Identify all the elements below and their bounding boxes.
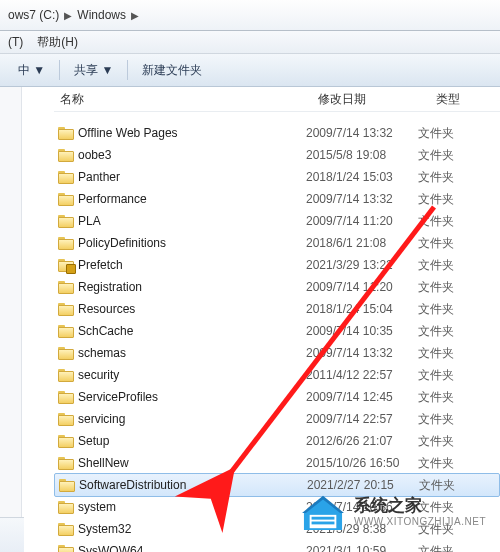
file-date: 2021/3/29 13:22 bbox=[306, 258, 418, 272]
main-area: 名称 修改日期 类型 Offline Web Pages2009/7/14 13… bbox=[0, 87, 500, 552]
folder-icon bbox=[58, 149, 74, 162]
folder-icon bbox=[58, 523, 74, 536]
file-type: 文件夹 bbox=[418, 279, 482, 296]
file-name: ShellNew bbox=[78, 456, 306, 470]
table-row[interactable]: Offline Web Pages2009/7/14 13:32文件夹 bbox=[54, 122, 500, 144]
file-date: 2021/3/29 8:38 bbox=[306, 522, 418, 536]
folder-icon bbox=[58, 457, 74, 470]
column-header-date[interactable]: 修改日期 bbox=[312, 91, 430, 108]
command-bar: 中 ▼ 共享 ▼ 新建文件夹 bbox=[0, 54, 500, 87]
table-row[interactable]: System322021/3/29 8:38文件夹 bbox=[54, 518, 500, 540]
separator bbox=[127, 60, 128, 80]
table-row[interactable]: Panther2018/1/24 15:03文件夹 bbox=[54, 166, 500, 188]
table-row[interactable]: SysWOW642021/3/1 10:59文件夹 bbox=[54, 540, 500, 552]
folder-icon bbox=[58, 435, 74, 448]
table-row[interactable]: Performance2009/7/14 13:32文件夹 bbox=[54, 188, 500, 210]
table-row[interactable]: Prefetch2021/3/29 13:22文件夹 bbox=[54, 254, 500, 276]
table-row[interactable]: Setup2012/6/26 21:07文件夹 bbox=[54, 430, 500, 452]
table-row[interactable]: PLA2009/7/14 11:20文件夹 bbox=[54, 210, 500, 232]
breadcrumb-crumb-windows[interactable]: Windows bbox=[75, 0, 128, 30]
file-date: 2012/6/26 21:07 bbox=[306, 434, 418, 448]
folder-icon bbox=[58, 325, 74, 338]
folder-icon bbox=[58, 347, 74, 360]
file-date: 2009/7/14 12:45 bbox=[306, 390, 418, 404]
lock-icon bbox=[66, 264, 76, 274]
table-row[interactable]: oobe32015/5/8 19:08文件夹 bbox=[54, 144, 500, 166]
file-type: 文件夹 bbox=[418, 345, 482, 362]
table-row[interactable]: PolicyDefinitions2018/6/1 21:08文件夹 bbox=[54, 232, 500, 254]
file-list[interactable]: 名称 修改日期 类型 Offline Web Pages2009/7/14 13… bbox=[54, 87, 500, 552]
table-row[interactable]: ServiceProfiles2009/7/14 12:45文件夹 bbox=[54, 386, 500, 408]
breadcrumb-crumb-c[interactable]: ows7 (C:) bbox=[6, 0, 61, 30]
table-row[interactable]: SoftwareDistribution2021/2/27 20:15文件夹 bbox=[54, 473, 500, 497]
folder-icon bbox=[58, 303, 74, 316]
folder-icon bbox=[58, 171, 74, 184]
nav-pane[interactable] bbox=[0, 87, 22, 552]
column-header-name[interactable]: 名称 bbox=[54, 91, 312, 108]
file-date: 2009/7/14 11:20 bbox=[306, 214, 418, 228]
file-date: 2009/7/14 13:32 bbox=[306, 192, 418, 206]
file-type: 文件夹 bbox=[418, 213, 482, 230]
file-name: system bbox=[78, 500, 306, 514]
table-row[interactable]: security2011/4/12 22:57文件夹 bbox=[54, 364, 500, 386]
file-type: 文件夹 bbox=[418, 367, 482, 384]
folder-icon bbox=[58, 369, 74, 382]
include-in-library-button[interactable]: 中 ▼ bbox=[10, 59, 53, 82]
folder-icon bbox=[58, 413, 74, 426]
file-name: Registration bbox=[78, 280, 306, 294]
chevron-right-icon[interactable]: ▶ bbox=[61, 10, 75, 21]
folder-icon bbox=[58, 215, 74, 228]
file-date: 2015/10/26 16:50 bbox=[306, 456, 418, 470]
file-type: 文件夹 bbox=[418, 499, 482, 516]
table-row[interactable] bbox=[54, 112, 500, 122]
file-type: 文件夹 bbox=[418, 301, 482, 318]
file-name: Performance bbox=[78, 192, 306, 206]
menu-tools[interactable]: (T) bbox=[8, 35, 23, 49]
table-row[interactable]: Resources2018/1/24 15:04文件夹 bbox=[54, 298, 500, 320]
table-row[interactable]: SchCache2009/7/14 10:35文件夹 bbox=[54, 320, 500, 342]
folder-icon bbox=[58, 259, 74, 272]
file-name: Resources bbox=[78, 302, 306, 316]
folder-icon bbox=[58, 501, 74, 514]
table-row[interactable]: schemas2009/7/14 13:32文件夹 bbox=[54, 342, 500, 364]
file-name: System32 bbox=[78, 522, 306, 536]
new-folder-button[interactable]: 新建文件夹 bbox=[134, 59, 210, 82]
file-name: Setup bbox=[78, 434, 306, 448]
file-type: 文件夹 bbox=[419, 477, 483, 494]
file-name: security bbox=[78, 368, 306, 382]
file-type: 文件夹 bbox=[418, 455, 482, 472]
file-date: 2018/1/24 15:04 bbox=[306, 302, 418, 316]
file-name: ServiceProfiles bbox=[78, 390, 306, 404]
file-type: 文件夹 bbox=[418, 389, 482, 406]
folder-icon bbox=[58, 281, 74, 294]
table-row[interactable]: system2009/7/14 10:36文件夹 bbox=[54, 496, 500, 518]
file-date: 2009/7/14 13:32 bbox=[306, 126, 418, 140]
tree-gutter bbox=[22, 87, 54, 552]
column-header-type[interactable]: 类型 bbox=[430, 91, 500, 108]
file-type: 文件夹 bbox=[418, 257, 482, 274]
folder-icon bbox=[58, 127, 74, 140]
folder-icon bbox=[58, 391, 74, 404]
file-type: 文件夹 bbox=[418, 147, 482, 164]
status-bar bbox=[0, 517, 24, 552]
share-button[interactable]: 共享 ▼ bbox=[66, 59, 121, 82]
file-date: 2009/7/14 11:20 bbox=[306, 280, 418, 294]
folder-icon bbox=[58, 193, 74, 206]
file-type: 文件夹 bbox=[418, 235, 482, 252]
file-date: 2009/7/14 10:35 bbox=[306, 324, 418, 338]
folder-icon bbox=[58, 237, 74, 250]
file-type: 文件夹 bbox=[418, 125, 482, 142]
table-row[interactable]: ShellNew2015/10/26 16:50文件夹 bbox=[54, 452, 500, 474]
table-row[interactable]: Registration2009/7/14 11:20文件夹 bbox=[54, 276, 500, 298]
file-name: servicing bbox=[78, 412, 306, 426]
file-type: 文件夹 bbox=[418, 191, 482, 208]
table-row[interactable]: servicing2009/7/14 22:57文件夹 bbox=[54, 408, 500, 430]
file-type: 文件夹 bbox=[418, 323, 482, 340]
separator bbox=[59, 60, 60, 80]
address-bar[interactable]: ows7 (C:) ▶ Windows ▶ bbox=[0, 0, 500, 31]
chevron-right-icon[interactable]: ▶ bbox=[128, 10, 142, 21]
file-date: 2009/7/14 22:57 bbox=[306, 412, 418, 426]
column-headers[interactable]: 名称 修改日期 类型 bbox=[54, 87, 500, 112]
file-name: PolicyDefinitions bbox=[78, 236, 306, 250]
menu-help[interactable]: 帮助(H) bbox=[37, 34, 78, 51]
